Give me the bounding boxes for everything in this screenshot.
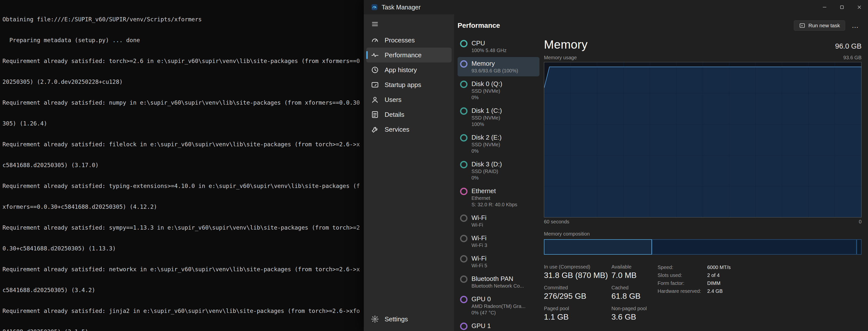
ellipsis-icon: … <box>851 22 859 30</box>
stat-committed: Committed 276/295 GB <box>544 285 612 301</box>
terminal-line: xformers==0.0.30+c5841688.d20250305) (4.… <box>2 203 364 210</box>
sidebar-item-services[interactable]: Services <box>366 122 452 137</box>
sidebar-item-app-history[interactable]: App history <box>366 63 452 77</box>
terminal-line: c5841688.d20250305) (3.17.0) <box>2 162 364 169</box>
gpu-ring-icon <box>460 323 467 330</box>
content-area: Performance Run new task … CPU 100 <box>454 14 868 331</box>
maximize-icon <box>839 4 845 10</box>
metric-item-wifi-5[interactable]: Wi-Fi Wi-Fi 5 <box>458 252 539 271</box>
stat-cached: Cached 61.8 GB <box>612 285 644 301</box>
metric-item-ethernet[interactable]: Ethernet Ethernet S: 32.0 R: 40.0 Kbps <box>458 185 539 210</box>
sidebar-item-label: Details <box>384 111 404 119</box>
stat-value: 276/295 GB <box>544 292 607 301</box>
metric-sub: AMD Radeon(TM) Gra... <box>471 303 526 309</box>
terminal-line: 841688.d20250305) (3.1.5) <box>2 328 364 331</box>
terminal-window[interactable]: Obtaining file:///E:/SUPIR_v60/SUPIR/ven… <box>0 0 364 331</box>
title-bar[interactable]: Task Manager <box>364 0 868 14</box>
wifi-ring-icon <box>460 235 467 242</box>
list-icon <box>371 110 379 119</box>
metric-item-cpu[interactable]: CPU 100% 5.48 GHz <box>458 37 539 56</box>
sidebar-item-settings[interactable]: Settings <box>366 312 452 327</box>
metric-sub: 0% <box>471 148 501 154</box>
sidebar-item-label: Settings <box>384 316 408 323</box>
sidebar-item-users[interactable]: Users <box>366 92 452 107</box>
sidebar-item-details[interactable]: Details <box>366 107 452 122</box>
metric-sub: SSD (NVMe) <box>471 141 501 148</box>
metric-sub: SSD (RAID) <box>471 168 502 174</box>
window-title: Task Manager <box>382 4 421 11</box>
run-new-task-label: Run new task <box>808 23 840 29</box>
metric-item-disk-3[interactable]: Disk 3 (D:) SSD (RAID) 0% <box>458 158 539 184</box>
metric-sub: 100% 5.48 GHz <box>471 47 506 54</box>
metric-sub: Bluetooth Network Co... <box>471 283 524 289</box>
terminal-line: 0.30+c5841688.d20250305) (1.13.3) <box>2 245 364 252</box>
metric-item-disk-2[interactable]: Disk 2 (E:) SSD (NVMe) 0% <box>458 131 539 157</box>
disk-ring-icon <box>460 161 467 168</box>
stat-value: 7.0 MB <box>612 271 639 280</box>
terminal-line: c5841688.d20250305) (3.4.2) <box>2 287 364 294</box>
metric-name: Wi-Fi <box>471 214 487 222</box>
metric-item-disk-0[interactable]: Disk 0 (Q:) SSD (NVMe) 0% <box>458 77 539 103</box>
metric-item-memory[interactable]: Memory 93.6/93.6 GB (100%) <box>458 57 539 76</box>
hamburger-icon <box>371 20 379 28</box>
sidebar-item-startup-apps[interactable]: Startup apps <box>366 77 452 92</box>
detail-label: Form factor: <box>658 280 705 286</box>
metric-name: Disk 3 (D:) <box>471 160 502 168</box>
more-options-button[interactable]: … <box>849 20 862 31</box>
metric-sub: 0% <box>471 174 502 181</box>
memory-usage-label: Memory usage <box>544 55 577 61</box>
metric-item-wifi-1[interactable]: Wi-Fi Wi-Fi <box>458 211 539 231</box>
detail-value: DIMM <box>707 280 731 286</box>
metric-item-gpu-0[interactable]: GPU 0 AMD Radeon(TM) Gra... 0% (47 °C) <box>458 293 539 318</box>
terminal-line: Requirement already satisfied: jinja2 in… <box>2 307 364 315</box>
memory-composition-bar <box>544 239 862 255</box>
terminal-line: Obtaining file:///E:/SUPIR_v60/SUPIR/ven… <box>2 16 364 23</box>
metric-item-gpu-1[interactable]: GPU 1 <box>458 319 539 331</box>
metric-name: Memory <box>471 60 518 67</box>
stat-label: Non-paged pool <box>612 306 639 311</box>
composition-segment-in-use <box>544 239 652 255</box>
stat-label: Paged pool <box>544 306 607 311</box>
metric-item-wifi-3[interactable]: Wi-Fi Wi-Fi 3 <box>458 232 539 251</box>
pulse-icon <box>371 51 379 59</box>
wrench-icon <box>371 125 379 134</box>
metric-sub: SSD (NVMe) <box>471 88 502 94</box>
maximize-button[interactable] <box>833 0 850 14</box>
sidebar-item-label: App history <box>384 66 417 74</box>
sidebar-item-label: Services <box>384 126 409 133</box>
user-icon <box>371 95 379 104</box>
stat-available: Available 7.0 MB <box>612 264 644 280</box>
memory-title: Memory <box>544 38 588 51</box>
minimize-button[interactable] <box>816 0 833 14</box>
detail-label: Hardware reserved: <box>658 288 705 294</box>
memory-usage-chart <box>544 62 862 218</box>
metric-item-disk-1[interactable]: Disk 1 (C:) SSD (NVMe) 100% <box>458 104 539 130</box>
terminal-line: 305) (1.26.4) <box>2 120 364 127</box>
memory-total-capacity: 96.0 GB <box>835 42 862 50</box>
terminal-line: Requirement already satisfied: filelock … <box>2 141 364 148</box>
bluetooth-ring-icon <box>460 275 467 283</box>
close-button[interactable] <box>850 0 868 14</box>
terminal-line: Preparing metadata (setup.py) ... done <box>2 37 364 44</box>
sidebar-item-label: Processes <box>384 36 415 44</box>
wifi-ring-icon <box>460 214 467 222</box>
detail-value: 2 of 4 <box>707 272 731 278</box>
detail-label: Speed: <box>658 265 705 270</box>
performance-metric-list: CPU 100% 5.48 GHz Memory 93.6/93.6 GB (1… <box>454 37 541 331</box>
sidebar-item-label: Startup apps <box>384 81 421 89</box>
task-manager-app-icon <box>371 4 378 10</box>
terminal-line: Requirement already satisfied: torch>=2.… <box>2 58 364 64</box>
chart-time-window-label: 60 seconds <box>544 219 569 225</box>
terminal-line: Requirement already satisfied: numpy in … <box>2 99 364 106</box>
detail-value: 6000 MT/s <box>707 265 731 270</box>
run-new-task-button[interactable]: Run new task <box>794 20 845 31</box>
metric-sub: 100% <box>471 121 502 127</box>
metric-sub: S: 32.0 R: 40.0 Kbps <box>471 201 517 208</box>
cpu-ring-icon <box>460 40 467 47</box>
metric-name: Disk 2 (E:) <box>471 133 501 141</box>
sidebar-item-processes[interactable]: Processes <box>366 33 452 47</box>
disk-ring-icon <box>460 107 467 115</box>
metric-item-bluetooth-pan[interactable]: Bluetooth PAN Bluetooth Network Co... <box>458 272 539 292</box>
sidebar-item-performance[interactable]: Performance <box>366 47 452 63</box>
hamburger-menu-button[interactable] <box>366 16 384 32</box>
